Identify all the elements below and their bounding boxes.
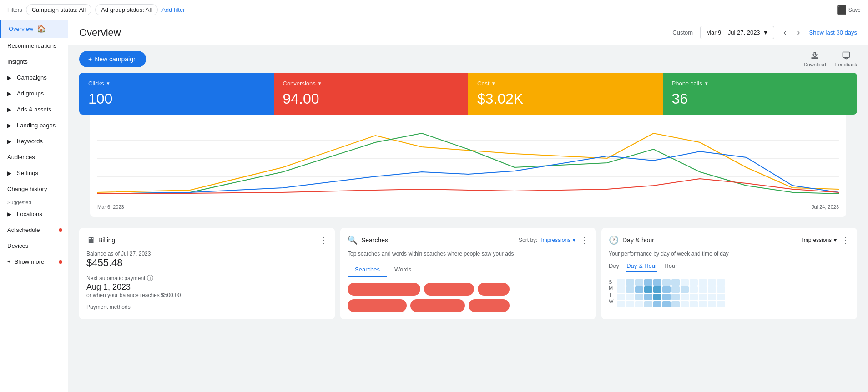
- expand-icon: ▶: [7, 138, 11, 145]
- save-button[interactable]: ⬛ Save: [837, 5, 861, 15]
- dropdown-icon: ▼: [763, 29, 769, 36]
- searches-actions: Sort by: Impressions ▼ ⋮: [519, 235, 589, 245]
- heatmap-cell: [717, 301, 725, 307]
- heatmap-cell: [708, 286, 716, 293]
- expand-icon: ▶: [7, 122, 11, 129]
- download-button[interactable]: Download: [804, 51, 826, 67]
- heatmap-cell: [635, 301, 643, 307]
- more-options-icon[interactable]: ⋮: [264, 76, 270, 84]
- sidebar-item-campaigns[interactable]: ▶ Campaigns: [0, 70, 68, 85]
- expand-icon: ▶: [7, 75, 11, 81]
- chart-end-date: Jul 24, 2023: [812, 204, 839, 210]
- stat-card-cost[interactable]: Cost ▼ $3.02K: [468, 73, 663, 115]
- header-controls: Custom Mar 9 – Jul 27, 2023 ▼ ‹ › Show l…: [672, 26, 857, 39]
- heatmap-cell: [644, 279, 652, 286]
- clock-icon: 🕐: [609, 235, 619, 245]
- chart-start-date: Mar 6, 2023: [97, 204, 124, 210]
- day-hour-tabs: Day Day & Hour Hour: [609, 262, 850, 272]
- day-hour-widget: 🕐 Day & hour Impressions ▼ ⋮ Your perfor…: [601, 228, 857, 319]
- more-options-icon[interactable]: ⋮: [319, 235, 328, 245]
- expand-icon: ▶: [7, 90, 11, 97]
- sidebar-item-change-history[interactable]: Change history: [0, 181, 68, 197]
- expand-icon: ▶: [7, 106, 11, 113]
- stat-card-phone-calls[interactable]: Phone calls ▼ 36: [663, 73, 858, 115]
- sidebar-item-ad-groups[interactable]: ▶ Ad groups: [0, 85, 68, 101]
- billing-balance-label: Balance as of Jul 27, 2023: [86, 251, 328, 257]
- sidebar-item-ads-assets[interactable]: ▶ Ads & assets: [0, 101, 68, 117]
- more-options-icon[interactable]: ⋮: [580, 235, 589, 245]
- sidebar-item-keywords[interactable]: ▶ Keywords: [0, 133, 68, 149]
- filter-bar: Filters Campaign status: All Ad group st…: [0, 0, 868, 20]
- more-options-icon[interactable]: ⋮: [842, 235, 850, 245]
- next-date-button[interactable]: ›: [795, 26, 802, 39]
- stats-section: Clicks ▼ 100 ⋮ Conversions ▼ 94.00 Cost: [68, 73, 868, 228]
- sidebar-item-label: Show more: [15, 258, 45, 265]
- impressions-button[interactable]: Impressions ▼: [802, 237, 838, 243]
- campaign-status-filter[interactable]: Campaign status: All: [26, 4, 92, 15]
- dot-indicator: [59, 260, 62, 264]
- date-range-picker[interactable]: Mar 9 – Jul 27, 2023 ▼: [700, 26, 774, 39]
- dropdown-arrow: ▼: [704, 81, 709, 86]
- stat-card-conversions[interactable]: Conversions ▼ 94.00: [274, 73, 469, 115]
- sidebar-item-overview[interactable]: Overview 🏠: [0, 20, 68, 38]
- show-last-30-days-link[interactable]: Show last 30 days: [809, 29, 857, 36]
- tab-hour[interactable]: Hour: [664, 262, 677, 272]
- stat-label: Phone calls ▼: [672, 80, 848, 87]
- sidebar-item-show-more[interactable]: + Show more: [0, 254, 68, 270]
- sidebar-item-label: Landing pages: [17, 122, 56, 129]
- day-hour-actions: Impressions ▼ ⋮: [802, 235, 850, 245]
- tab-day[interactable]: Day: [609, 262, 619, 272]
- add-filter-button[interactable]: Add filter: [161, 6, 185, 13]
- heatmap-cell: [717, 294, 725, 300]
- sidebar-item-settings[interactable]: ▶ Settings: [0, 165, 68, 181]
- heatmap-day-labels: S M T W: [609, 277, 613, 307]
- heatmap-cell: [626, 301, 634, 307]
- sidebar-item-label: Insights: [7, 58, 28, 65]
- dropdown-icon: ▼: [571, 237, 577, 243]
- page-header: Overview Custom Mar 9 – Jul 27, 2023 ▼ ‹…: [68, 20, 868, 45]
- searches-tabs: Searches Words: [348, 262, 589, 277]
- billing-next-section: Next automatic payment ⓘ Aug 1, 2023 or …: [86, 274, 328, 298]
- tab-words[interactable]: Words: [387, 262, 419, 277]
- searches-desc: Top searches and words within searches w…: [348, 251, 589, 257]
- stat-label: Conversions ▼: [283, 80, 459, 87]
- sidebar-item-recommendations[interactable]: Recommendations: [0, 38, 68, 54]
- sidebar-item-label: Ad schedule: [7, 226, 40, 233]
- plus-icon: +: [7, 258, 11, 265]
- heatmap-cell: [708, 301, 716, 307]
- stats-cards: Clicks ▼ 100 ⋮ Conversions ▼ 94.00 Cost: [79, 73, 857, 115]
- billing-title: 🖥 Billing: [86, 236, 115, 245]
- dropdown-icon: ▼: [833, 237, 838, 243]
- sidebar-item-label: Change history: [7, 186, 47, 192]
- heatmap-cell: [635, 286, 643, 293]
- feedback-label: Feedback: [835, 62, 857, 67]
- billing-payment-methods[interactable]: Payment methods: [86, 304, 328, 310]
- billing-next-sub: or when your balance reaches $500.00: [86, 292, 328, 298]
- heatmap-cell: [653, 294, 661, 300]
- tab-searches[interactable]: Searches: [348, 262, 387, 277]
- sidebar-item-landing-pages[interactable]: ▶ Landing pages: [0, 117, 68, 133]
- heatmap-cell: [690, 286, 698, 293]
- prev-date-button[interactable]: ‹: [782, 26, 788, 39]
- heatmap-grid-container: [617, 277, 725, 307]
- download-icon: [810, 51, 819, 60]
- tab-day-hour[interactable]: Day & Hour: [626, 262, 657, 272]
- sidebar-item-ad-schedule[interactable]: Ad schedule: [0, 222, 68, 238]
- sidebar-item-locations[interactable]: ▶ Locations: [0, 206, 68, 222]
- sidebar-item-audiences[interactable]: Audiences: [0, 149, 68, 165]
- widgets-row: 🖥 Billing ⋮ Balance as of Jul 27, 2023 $…: [68, 228, 868, 325]
- date-range-value: Mar 9 – Jul 27, 2023: [706, 29, 760, 36]
- heatmap-cell: [653, 279, 661, 286]
- heatmap-cell: [681, 294, 689, 300]
- sidebar-item-insights[interactable]: Insights: [0, 54, 68, 70]
- heatmap-cell: [708, 294, 716, 300]
- feedback-button[interactable]: Feedback: [835, 51, 857, 67]
- redacted-bar: [410, 299, 465, 312]
- stat-card-clicks[interactable]: Clicks ▼ 100 ⋮: [79, 73, 274, 115]
- ad-group-status-filter[interactable]: Ad group status: All: [95, 4, 158, 15]
- dot-indicator: [59, 228, 62, 232]
- sidebar-item-devices[interactable]: Devices: [0, 238, 68, 254]
- new-campaign-button[interactable]: + New campaign: [79, 51, 146, 67]
- heatmap-cell: [644, 301, 652, 307]
- sort-by-button[interactable]: Impressions ▼: [541, 237, 577, 243]
